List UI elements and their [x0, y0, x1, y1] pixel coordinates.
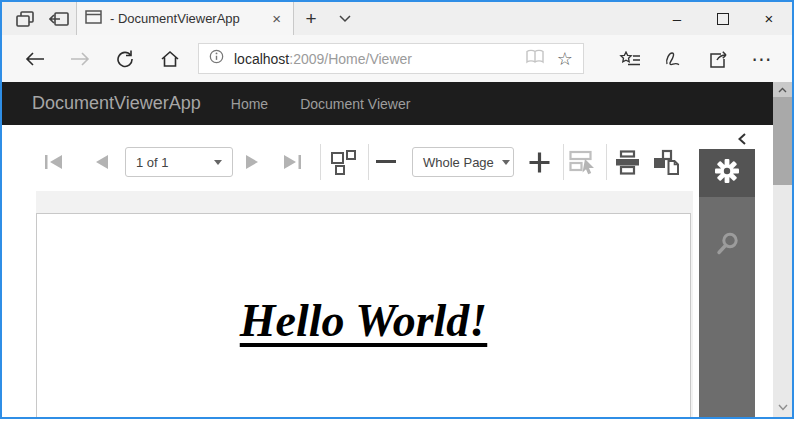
url-field-icons: ☆: [525, 48, 573, 70]
site-navbar: DocumentViewerApp Home Document Viewer: [2, 82, 773, 125]
close-tab-icon[interactable]: ×: [268, 10, 285, 27]
browser-tab[interactable]: - DocumentViewerApp ×: [76, 2, 294, 35]
scroll-down-icon[interactable]: [773, 400, 792, 415]
scrollbar-thumb[interactable]: [773, 97, 792, 185]
toolbar-separator: [606, 144, 607, 180]
chevron-down-icon: [214, 160, 222, 165]
chevron-down-icon: [502, 160, 510, 165]
tab-bar: - DocumentViewerApp × + – ×: [2, 2, 792, 35]
tab-list-chevron-icon[interactable]: [328, 2, 362, 35]
maximize-button[interactable]: [700, 2, 746, 35]
nav-link-document-viewer[interactable]: Document Viewer: [300, 96, 410, 112]
viewer-sidebar: [699, 149, 755, 417]
refresh-icon[interactable]: [102, 39, 147, 79]
search-button[interactable]: [699, 221, 755, 269]
document-heading: Hello World!: [37, 296, 690, 347]
url-path: :2009/Home/Viewer: [289, 51, 412, 67]
text-selection-icon[interactable]: [569, 150, 598, 175]
browser-viewport: DocumentViewerApp Home Document Viewer: [2, 82, 792, 417]
nav-link-home[interactable]: Home: [231, 96, 268, 112]
url-host: localhost: [234, 51, 289, 67]
new-tab-button[interactable]: +: [294, 2, 328, 35]
page-selector-dropdown[interactable]: 1 of 1: [125, 147, 233, 177]
print-preview-icon[interactable]: [652, 149, 681, 176]
favorites-hub-icon[interactable]: [608, 39, 652, 79]
viewer-toolbar: 1 of 1: [2, 125, 773, 191]
favorite-star-icon[interactable]: ☆: [557, 48, 573, 70]
home-icon[interactable]: [147, 39, 192, 79]
close-button[interactable]: ×: [746, 2, 792, 35]
previous-page-icon[interactable]: [93, 153, 109, 171]
toolbar-separator: [320, 144, 321, 180]
site-info-icon[interactable]: [209, 49, 224, 68]
last-page-icon[interactable]: [282, 153, 302, 171]
gear-icon: [713, 157, 741, 189]
minimize-button[interactable]: –: [654, 2, 700, 35]
next-page-icon[interactable]: [245, 153, 261, 171]
window-controls: – ×: [654, 2, 792, 35]
web-note-pen-icon[interactable]: [652, 39, 696, 79]
forward-icon[interactable]: [57, 39, 102, 79]
url-text: localhost:2009/Home/Viewer: [234, 51, 525, 67]
more-options-icon[interactable]: ⋯: [740, 39, 784, 79]
browser-actions: ⋯: [608, 39, 792, 79]
tab-bar-left: [2, 2, 76, 35]
navbar-links: Home Document Viewer: [231, 96, 411, 112]
page-icon: [85, 10, 102, 28]
browser-window: - DocumentViewerApp × + – ×: [0, 0, 794, 419]
reading-view-icon[interactable]: [525, 49, 545, 68]
zoom-in-icon[interactable]: [528, 151, 551, 174]
maximize-icon: [717, 13, 729, 25]
settings-button[interactable]: [699, 149, 755, 197]
print-icon[interactable]: [614, 150, 641, 175]
tab-title: - DocumentViewerApp: [110, 11, 262, 26]
tab-preview-icon[interactable]: [8, 2, 42, 35]
toolbar-separator: [563, 144, 564, 180]
zoom-mode-dropdown[interactable]: Whole Page: [412, 147, 514, 177]
scroll-up-icon[interactable]: [773, 82, 792, 97]
set-tabs-aside-icon[interactable]: [42, 2, 76, 35]
address-bar: localhost:2009/Home/Viewer ☆: [2, 35, 792, 82]
document-canvas: Hello World!: [36, 191, 693, 417]
scrollbar[interactable]: [773, 82, 792, 417]
page-layout-icon[interactable]: [330, 149, 357, 176]
back-icon[interactable]: [12, 39, 57, 79]
address-field[interactable]: localhost:2009/Home/Viewer ☆: [198, 43, 584, 74]
first-page-icon[interactable]: [44, 153, 64, 171]
web-page: DocumentViewerApp Home Document Viewer: [2, 82, 773, 417]
document-viewer: 1 of 1: [2, 125, 773, 417]
screenshot: - DocumentViewerApp × + – ×: [0, 0, 794, 424]
zoom-mode-value: Whole Page: [423, 155, 494, 170]
collapse-sidebar-icon[interactable]: [728, 129, 754, 149]
zoom-out-icon[interactable]: [376, 160, 396, 163]
search-icon: [715, 231, 740, 260]
navbar-brand[interactable]: DocumentViewerApp: [32, 93, 201, 114]
page-selector-value: 1 of 1: [136, 155, 206, 170]
toolbar-separator: [368, 144, 369, 180]
document-page: Hello World!: [36, 213, 691, 417]
share-icon[interactable]: [696, 39, 740, 79]
